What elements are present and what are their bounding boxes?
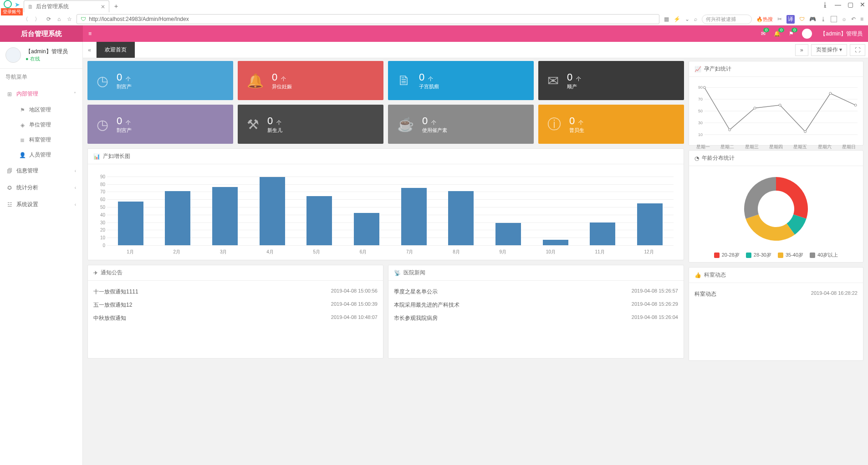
nav-label: 人员管理 [29,151,51,159]
card-icon: ◷ [97,73,108,89]
back-icon[interactable]: 〈 [23,15,28,23]
svg-point-12 [754,107,756,109]
line-chart: 1030507090星期一星期二星期三星期四星期五星期六星期日 [694,81,858,141]
undo-icon[interactable]: ↶ [851,16,856,22]
close-tab-icon[interactable]: ✕ [101,4,105,10]
card-icon: 🗎 [397,73,411,88]
flag-icon[interactable]: ⚑0 [789,30,794,37]
bar [590,222,615,245]
sidebar-item-0-2[interactable]: ≣科室管理 [13,132,82,147]
pie-chart-icon: ◔ [694,155,699,162]
card-icon: ✉ [547,73,559,89]
sidebar-group-1[interactable]: 🗐信息管理‹ [0,162,82,179]
mail-icon[interactable]: ✉0 [761,30,766,37]
stat-card-5[interactable]: ⚒0 个新生儿 [238,105,383,144]
stat-card-7[interactable]: ⓘ0 个普贝生 [538,105,684,144]
card-value: 0 个 [267,115,282,127]
stat-card-4[interactable]: ◷0 个剖宫产 [87,105,233,144]
translate-icon[interactable]: 译 [786,15,795,24]
tab-welcome[interactable]: 欢迎首页 [97,42,135,58]
user-avatar[interactable] [5,47,21,63]
url-input[interactable]: 🛡 http://localhost:24983/Admin/Home/Inde… [77,14,659,24]
avatar[interactable] [802,29,812,39]
nav-label: 内部管理 [16,90,38,98]
menu-icon[interactable]: ≡ [860,16,863,22]
apps-icon[interactable] [831,16,837,22]
card-value: 0 个 [117,71,132,83]
news-panel: 📡医院新闻 季度之星名单公示2019-04-08 15:26:57本院采用最先进… [388,265,684,359]
bell-icon[interactable]: 🔔0 [774,30,781,37]
user-status: ● 在线 [26,56,68,62]
chevron-icon: ‹ [75,202,76,207]
bar [212,187,238,245]
nav-label: 科室管理 [29,136,51,144]
list-item[interactable]: 十一放假通知11112019-04-08 15:00:56 [93,285,378,298]
search-icon[interactable]: ⌕ [694,16,697,22]
stat-card-6[interactable]: ☕0 个使用催产素 [388,105,534,144]
svg-point-13 [779,104,781,106]
item-title: 中秋放假通知 [93,314,126,322]
shield-badge-icon[interactable]: 🛡 [799,16,805,22]
chevron-icon: ˅ [74,91,76,96]
bar-xlabel: 7月 [406,249,414,255]
stat-card-3[interactable]: ✉0 个顺产 [538,61,684,100]
list-item[interactable]: 科室动态2019-04-08 16:28:22 [694,288,858,301]
list-item[interactable]: 季度之星名单公示2019-04-08 15:26:57 [394,285,678,298]
star-icon[interactable]: ☆ [67,16,72,22]
stat-card-1[interactable]: 🔔0 个异位妊娠 [238,61,383,100]
search-input[interactable]: 何兴祥被逮捕 [702,15,752,24]
home-icon[interactable]: ⌂ [57,16,61,22]
browser-tab[interactable]: 🗎 后台管理系统 ✕ [24,0,109,12]
download2-icon[interactable]: ⭳ [821,16,826,22]
tab-prev-icon[interactable]: « [83,42,97,58]
fullscreen-icon[interactable]: ⛶ [850,44,865,56]
dept-title: 科室动态 [704,271,726,279]
donut-chart [740,172,812,245]
nav-label: 单位管理 [29,121,51,129]
scissors-icon[interactable]: ✂ [777,16,782,22]
stat-card-2[interactable]: 🗎0 个子宫肌瘤 [388,61,534,100]
stat-card-0[interactable]: ◷0 个剖宫产 [87,61,233,100]
pie-chart-panel: ◔年龄分布统计 20-28岁28-30岁35-40岁40岁以上 [689,150,863,263]
game-icon[interactable]: 🎮 [809,16,816,22]
bar [448,191,474,245]
bolt-icon[interactable]: ⚡ [674,16,680,22]
bar [401,188,427,245]
item-date: 2019-04-08 10:48:07 [331,314,378,322]
sidebar-group-3[interactable]: ☳系统设置‹ [0,196,82,213]
sidebar-group-0[interactable]: ⊞内部管理˅ [0,86,82,102]
list-item[interactable]: 本院采用最先进的产科技术2019-04-08 15:26:29 [394,298,678,312]
list-item[interactable]: 五一放假通知122019-04-08 15:00:39 [93,298,378,312]
gear-icon[interactable]: ☼ [842,16,847,22]
card-value: 0 个 [419,71,439,83]
new-tab-icon[interactable]: ＋ [113,2,119,10]
card-label: 剖宫产 [117,127,132,134]
line-xlabel: 星期五 [793,144,807,150]
header-username[interactable]: 【admin】管理员 [820,30,863,38]
sidebar-item-0-1[interactable]: ◈单位管理 [13,117,82,132]
nav-icon: ≣ [19,137,26,143]
line-xlabel: 星期日 [842,144,856,150]
line-chart-title: 孕产妇统计 [704,65,731,73]
sidebar-item-0-3[interactable]: 👤人员管理 [13,147,82,162]
tabstrip: « 欢迎首页 » 页签操作 ▾ ⛶ [83,42,868,58]
list-item[interactable]: 市长参观我院病房2019-04-08 15:26:04 [394,312,678,325]
item-date: 2019-04-08 15:00:39 [331,301,378,309]
sidebar-toggle-icon[interactable]: ≡ [83,30,97,37]
svg-text:50: 50 [698,109,703,113]
bar-xlabel: 9月 [499,249,506,255]
page-ops-button[interactable]: 页签操作 ▾ [811,44,847,56]
card-label: 使用催产素 [422,127,447,134]
tab-next-icon[interactable]: » [795,44,808,56]
card-value: 0 个 [567,71,581,83]
reload-icon[interactable]: ⟳ [46,16,51,22]
forward-icon[interactable]: 〉 [35,15,40,23]
donut-slice [745,214,795,241]
sidebar-item-0-0[interactable]: ⚑地区管理 [13,102,82,117]
chevron-down-icon[interactable]: ⌄ [685,16,689,22]
hot-button[interactable]: 🔥热搜 [756,16,773,23]
grid-icon[interactable]: ▦ [664,16,669,22]
sidebar-group-2[interactable]: ✪统计分析‹ [0,179,82,196]
list-item[interactable]: 中秋放假通知2019-04-08 10:48:07 [93,312,378,325]
line-chart-panel: 📈孕产妇统计 1030507090星期一星期二星期三星期四星期五星期六星期日 [689,61,863,146]
